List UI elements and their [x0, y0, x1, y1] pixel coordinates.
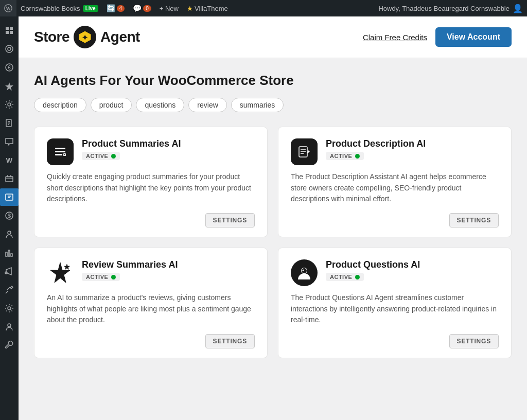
svg-point-6: [6, 45, 13, 52]
card-title: Product Description AI: [326, 138, 426, 149]
agent-card-product-summaries: Product Summaries AI ACTIVE Quickly crea…: [34, 127, 268, 237]
settings-button-product-description[interactable]: SETTINGS: [449, 213, 499, 227]
user-avatar-icon: 👤: [513, 4, 523, 13]
svg-point-45: [303, 270, 304, 271]
sidebar-item-settings[interactable]: [0, 300, 19, 317]
svg-marker-10: [5, 82, 13, 91]
sidebar-item-wrench[interactable]: [0, 337, 19, 354]
header-actions: Claim Free Credits View Account: [363, 27, 512, 47]
card-header: Product Description AI ACTIVE: [291, 138, 499, 165]
status-badge: ACTIVE: [326, 152, 364, 160]
updates[interactable]: 🔄 4: [102, 0, 129, 16]
sidebar-item-marketing[interactable]: [0, 262, 19, 280]
sidebar-item-analytics[interactable]: [0, 244, 19, 261]
svg-point-25: [8, 231, 11, 234]
svg-rect-2: [6, 27, 9, 30]
settings-button-review-summaries[interactable]: SETTINGS: [205, 334, 255, 348]
status-dot: [111, 275, 116, 279]
agent-card-product-questions: Product Questions AI ACTIVE The Product …: [278, 248, 512, 358]
sidebar-item-appearance[interactable]: W: [0, 151, 19, 169]
filter-tag-review[interactable]: review: [188, 98, 226, 112]
svg-point-11: [8, 103, 11, 106]
svg-text:$: $: [8, 213, 11, 219]
svg-point-31: [8, 307, 11, 310]
sidebar-item-dashboard[interactable]: [0, 22, 19, 39]
card-footer: SETTINGS: [291, 213, 499, 227]
sidebar-item-tools[interactable]: [0, 281, 19, 299]
sidebar-item-pin[interactable]: [0, 77, 19, 95]
settings-button-product-questions[interactable]: SETTINGS: [449, 334, 499, 348]
card-description: The Product Questions AI Agent streamlin…: [291, 292, 499, 326]
svg-point-32: [8, 324, 11, 327]
svg-rect-5: [10, 31, 13, 34]
star-icon: ★: [187, 5, 193, 12]
sidebar-item-profile[interactable]: [0, 318, 19, 336]
sidebar-item-storeagent[interactable]: [0, 188, 19, 206]
status-badge: ACTIVE: [82, 273, 120, 281]
svg-rect-28: [11, 254, 12, 256]
sidebar-item-gear[interactable]: [0, 96, 19, 113]
sidebar: € W $: [0, 16, 19, 420]
filter-tag-questions[interactable]: questions: [136, 98, 184, 112]
page-content: AI Agents For Your WooCommerce Store des…: [19, 58, 527, 373]
wp-logo[interactable]: W: [0, 0, 16, 16]
main-content: Store ✦ Agent Claim Free Credits View Ac…: [19, 16, 527, 420]
svg-rect-39: [299, 147, 307, 157]
status-dot: [111, 154, 116, 159]
update-count: 4: [117, 5, 125, 12]
svg-rect-27: [8, 250, 10, 256]
logo-icon: ✦: [74, 26, 96, 48]
sidebar-item-dollar[interactable]: $: [0, 207, 19, 224]
agent-cards-grid: Product Summaries AI ACTIVE Quickly crea…: [34, 127, 512, 358]
sidebar-item-comments[interactable]: [0, 133, 19, 150]
live-badge: Live: [83, 5, 98, 12]
status-dot: [355, 275, 360, 279]
new-content[interactable]: + New: [155, 0, 183, 16]
sidebar-item-users[interactable]: [0, 225, 19, 243]
card-title-area: Product Description AI ACTIVE: [326, 138, 426, 160]
villain-theme[interactable]: ★ VillaTheme: [183, 0, 232, 16]
logo: Store ✦ Agent: [34, 26, 140, 48]
sidebar-item-currency[interactable]: €: [0, 59, 19, 76]
agent-card-review-summaries: Review Summaries AI ACTIVE An AI to summ…: [34, 248, 268, 358]
product-summaries-icon: [47, 138, 74, 165]
svg-rect-4: [6, 31, 9, 34]
claim-free-credits-link[interactable]: Claim Free Credits: [363, 33, 427, 42]
card-title-area: Product Summaries AI ACTIVE: [82, 138, 181, 160]
svg-rect-36: [55, 151, 65, 152]
product-questions-icon: [291, 259, 318, 286]
comments[interactable]: 💬 0: [129, 0, 155, 16]
view-account-button[interactable]: View Account: [435, 27, 512, 47]
svg-rect-35: [55, 148, 65, 149]
product-description-icon: [291, 138, 318, 165]
card-description: The Product Description Assistant AI age…: [291, 171, 499, 205]
page-title: AI Agents For Your WooCommerce Store: [34, 73, 512, 89]
howdy[interactable]: Howdy, Thaddeus Beauregard Cornswabble 👤: [374, 0, 527, 16]
svg-rect-3: [10, 27, 13, 30]
sidebar-item-pages[interactable]: [0, 114, 19, 132]
card-footer: SETTINGS: [291, 334, 499, 348]
card-description: An AI to summarize a product's reviews, …: [47, 292, 255, 326]
svg-rect-26: [6, 252, 7, 256]
svg-line-30: [7, 287, 10, 290]
logo-area: Store ✦ Agent: [34, 26, 140, 48]
sidebar-item-plugins[interactable]: [0, 170, 19, 187]
svg-point-44: [302, 268, 307, 273]
card-footer: SETTINGS: [47, 213, 255, 227]
card-footer: SETTINGS: [47, 334, 255, 348]
admin-bar: W Cornswabble Books Live 🔄 4 💬 0 + New ★…: [0, 0, 527, 16]
review-summaries-icon: [47, 259, 74, 286]
status-dot: [355, 154, 360, 159]
svg-text:W: W: [6, 6, 11, 11]
filter-tag-product[interactable]: product: [91, 98, 132, 112]
card-title-area: Review Summaries AI ACTIVE: [82, 259, 178, 281]
settings-button-product-summaries[interactable]: SETTINGS: [205, 213, 255, 227]
filter-tags: description product questions review sum…: [34, 98, 512, 112]
svg-rect-20: [6, 194, 13, 200]
svg-rect-37: [55, 154, 62, 155]
sidebar-item-activity[interactable]: [0, 40, 19, 58]
status-badge: ACTIVE: [82, 152, 120, 160]
filter-tag-summaries[interactable]: summaries: [231, 98, 284, 112]
site-name[interactable]: Cornswabble Books Live: [16, 0, 102, 16]
filter-tag-description[interactable]: description: [34, 98, 86, 112]
